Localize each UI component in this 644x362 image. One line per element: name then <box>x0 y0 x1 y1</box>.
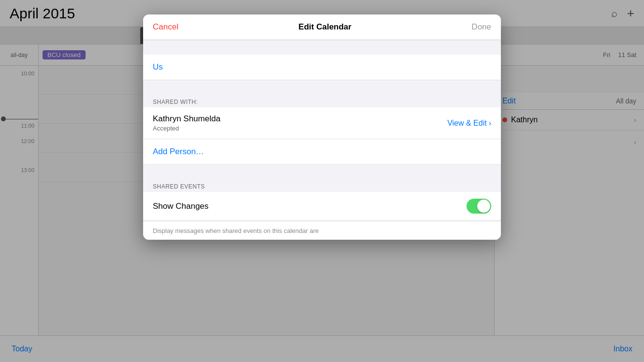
gap-1 <box>143 40 501 55</box>
toggle-knob <box>477 200 490 213</box>
person-status: Accepted <box>153 125 220 132</box>
add-person-label: Add Person… <box>153 147 204 156</box>
person-name: Kathryn Shumelda <box>153 114 220 124</box>
show-changes-row: Show Changes <box>143 192 501 221</box>
gap-3 <box>143 165 501 179</box>
person-chevron-icon: › <box>489 119 491 128</box>
description-text: Display messages when shared events on t… <box>153 227 319 234</box>
modal-header: Cancel Edit Calendar Done <box>143 14 501 40</box>
cancel-button[interactable]: Cancel <box>153 22 178 32</box>
modal-overlay: Cancel Edit Calendar Done Us SHARED WITH… <box>0 0 644 362</box>
add-person-row[interactable]: Add Person… <box>143 139 501 165</box>
done-button[interactable]: Done <box>471 22 491 32</box>
shared-with-header: SHARED WITH: <box>143 95 501 107</box>
shared-events-header: SHARED EVENTS <box>143 179 501 192</box>
description-row: Display messages when shared events on t… <box>143 221 501 240</box>
modal-body: Us SHARED WITH: Kathryn Shumelda Accepte… <box>143 40 501 240</box>
modal-title: Edit Calendar <box>298 22 351 32</box>
calendar-name: Us <box>153 62 163 72</box>
view-edit-label: View & Edit <box>447 119 487 128</box>
show-changes-label: Show Changes <box>153 202 208 211</box>
person-action[interactable]: View & Edit › <box>447 119 491 128</box>
calendar-name-row[interactable]: Us <box>143 55 501 80</box>
gap-2 <box>143 80 501 95</box>
shared-person-row[interactable]: Kathryn Shumelda Accepted View & Edit › <box>143 107 501 139</box>
person-info: Kathryn Shumelda Accepted <box>153 114 220 132</box>
show-changes-toggle[interactable] <box>467 199 491 214</box>
edit-calendar-modal: Cancel Edit Calendar Done Us SHARED WITH… <box>143 14 501 240</box>
